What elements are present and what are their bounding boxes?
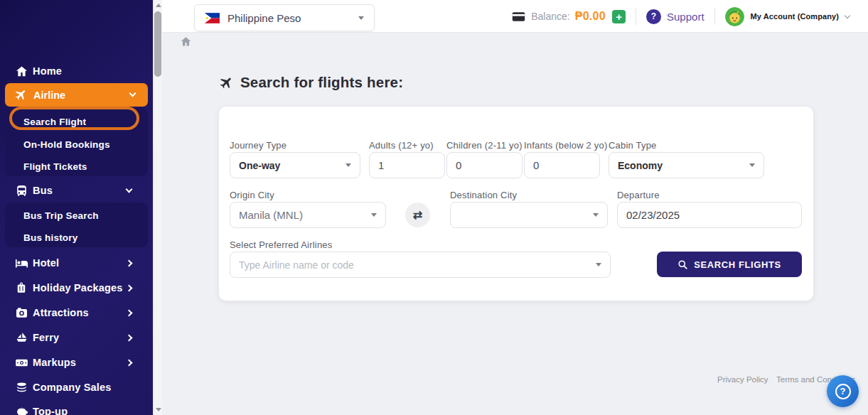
swap-cities-button[interactable]: ⇄ xyxy=(405,203,430,227)
banknote-icon xyxy=(14,355,28,370)
currency-selector[interactable]: Philippine Peso xyxy=(194,4,375,31)
cabin-type-value: Economy xyxy=(618,160,663,171)
question-circle-icon: ? xyxy=(835,384,851,399)
airline-submenu: Search Flight On-Hold Bookings Flight Ti… xyxy=(5,108,148,176)
piggy-bank-icon xyxy=(14,404,28,415)
sidebar-item-bus-history[interactable]: Bus history xyxy=(5,227,148,247)
sidebar-item-markups[interactable]: Markups xyxy=(0,352,153,373)
balance-label: Balance: xyxy=(531,11,569,22)
sidebar-item-label: Ferry xyxy=(33,332,59,343)
sidebar-item-attractions[interactable]: Attractions xyxy=(0,302,153,323)
adults-input[interactable]: 1 xyxy=(369,152,445,178)
scroll-down-arrow-icon[interactable] xyxy=(156,408,161,411)
origin-city-label: Origin City xyxy=(230,190,274,200)
divider xyxy=(636,8,636,25)
chevron-right-icon xyxy=(126,259,133,266)
children-label: Children (2-11 yo) xyxy=(446,140,523,151)
sidebar-item-holiday-packages[interactable]: Holiday Packages xyxy=(0,277,153,298)
chevron-down-icon xyxy=(596,263,601,266)
departure-date-input[interactable]: 02/23/2025 xyxy=(617,202,802,228)
breadcrumb-home-icon[interactable] xyxy=(180,36,192,50)
divider xyxy=(714,8,715,25)
search-flights-button[interactable]: SEARCH FLIGHTS xyxy=(657,252,802,277)
scroll-up-arrow-icon[interactable] xyxy=(156,4,161,7)
preferred-airlines-input[interactable] xyxy=(239,259,596,271)
journey-type-value: One-way xyxy=(239,160,280,171)
sidebar-item-bus[interactable]: Bus xyxy=(0,180,153,201)
sidebar-item-bus-trip-search[interactable]: Bus Trip Search xyxy=(5,205,148,225)
chevron-right-icon xyxy=(126,359,133,366)
chevron-down-icon xyxy=(593,213,599,217)
chevron-right-icon xyxy=(126,334,133,341)
destination-city-label: Destination City xyxy=(450,190,517,200)
sidebar-item-label: Airline xyxy=(33,90,65,101)
sidebar: Home Airline Search Flight On-Hold Booki… xyxy=(0,0,153,415)
philippine-flag-icon xyxy=(205,13,220,23)
question-circle-icon: ? xyxy=(646,9,661,24)
journey-type-select[interactable]: One-way xyxy=(230,152,360,178)
credit-card-icon xyxy=(512,11,525,22)
destination-city-select[interactable] xyxy=(450,202,608,228)
topbar: Philippine Peso Balance: ₱0.00 + ? Suppo… xyxy=(162,0,868,33)
search-icon xyxy=(677,259,688,270)
help-bubble-button[interactable]: ? xyxy=(827,375,859,407)
sidebar-item-label: Bus history xyxy=(23,232,77,243)
plane-icon xyxy=(216,72,237,93)
bus-submenu: Bus Trip Search Bus history xyxy=(5,203,148,247)
sidebar-item-search-flight[interactable]: Search Flight xyxy=(5,112,148,131)
camera-icon xyxy=(14,306,28,320)
sidebar-item-company-sales[interactable]: Company Sales xyxy=(0,377,153,398)
page-scrollbar[interactable] xyxy=(153,0,162,415)
children-input[interactable]: 0 xyxy=(446,152,523,178)
origin-city-select[interactable]: Manila (MNL) xyxy=(230,202,386,228)
page-title: Search for flights here: xyxy=(219,74,403,91)
cabin-type-select[interactable]: Economy xyxy=(609,152,764,178)
sidebar-item-airline[interactable]: Airline xyxy=(5,83,148,107)
sidebar-item-label: Bus Trip Search xyxy=(23,210,99,221)
home-icon xyxy=(14,64,28,78)
preferred-airlines-label: Select Preferred Airlines xyxy=(230,239,332,250)
sidebar-item-label: Hotel xyxy=(33,257,59,269)
sidebar-item-label: On-Hold Bookings xyxy=(23,139,110,150)
chevron-down-icon xyxy=(126,186,133,193)
support-button[interactable]: ? Support xyxy=(646,9,704,24)
chevron-down-icon xyxy=(845,12,850,18)
sidebar-item-hotel[interactable]: Hotel xyxy=(0,252,153,274)
departure-label: Departure xyxy=(617,190,660,200)
scrollbar-thumb[interactable] xyxy=(154,11,161,77)
sidebar-item-home[interactable]: Home xyxy=(0,60,153,82)
preferred-airlines-field xyxy=(230,252,611,278)
chevron-right-icon xyxy=(126,309,133,316)
bus-icon xyxy=(14,183,28,198)
chevron-down-icon xyxy=(129,90,136,97)
sidebar-item-flight-tickets[interactable]: Flight Tickets xyxy=(5,156,148,176)
sidebar-item-label: Company Sales xyxy=(33,382,112,393)
infants-value: 0 xyxy=(533,159,539,171)
bed-icon xyxy=(14,256,28,270)
avatar xyxy=(725,7,744,26)
flight-search-card: Journey Type One-way Adults (12+ yo) 1 C… xyxy=(219,107,813,301)
adults-label: Adults (12+ yo) xyxy=(369,140,434,151)
chevron-right-icon xyxy=(126,284,133,291)
sidebar-item-ferry[interactable]: Ferry xyxy=(0,327,153,348)
sidebar-item-on-hold-bookings[interactable]: On-Hold Bookings xyxy=(5,134,148,154)
chevron-down-icon xyxy=(345,163,351,167)
children-value: 0 xyxy=(456,159,461,171)
chevron-down-icon xyxy=(749,163,755,167)
chevron-down-icon xyxy=(358,16,364,20)
chevron-down-icon xyxy=(371,213,377,217)
sidebar-item-label: Attractions xyxy=(33,307,89,318)
sidebar-item-label: Bus xyxy=(33,185,53,196)
cabin-type-label: Cabin Type xyxy=(609,140,657,151)
currency-label: Philippine Peso xyxy=(227,12,301,24)
account-menu[interactable]: My Account (Company) xyxy=(725,7,850,26)
privacy-policy-link[interactable]: Privacy Policy xyxy=(717,375,768,384)
app-window: Home Airline Search Flight On-Hold Booki… xyxy=(0,0,868,415)
add-funds-button[interactable]: + xyxy=(612,10,626,23)
journey-type-label: Journey Type xyxy=(230,140,286,151)
account-label: My Account (Company) xyxy=(751,12,839,21)
page-title-text: Search for flights here: xyxy=(240,74,403,91)
sidebar-item-top-up[interactable]: Top-up xyxy=(0,401,153,415)
sidebar-item-label: Flight Tickets xyxy=(23,161,87,172)
infants-input[interactable]: 0 xyxy=(524,152,600,178)
